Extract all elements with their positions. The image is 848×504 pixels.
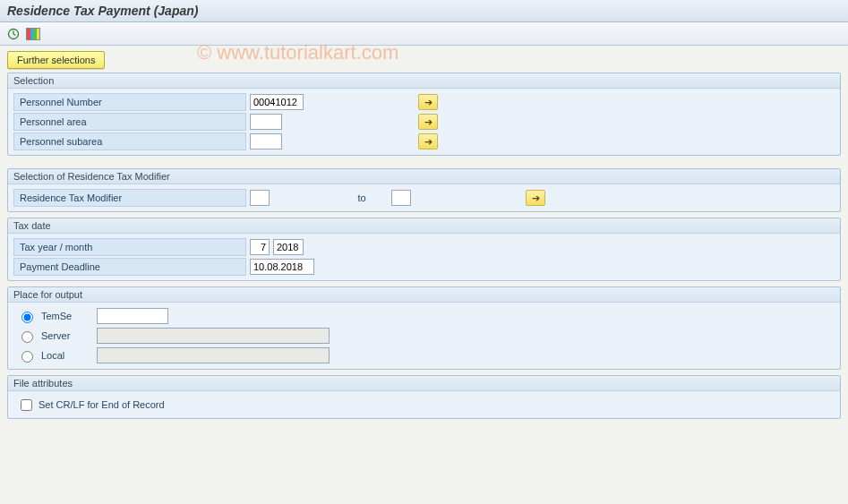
label-tax-modifier: Residence Tax Modifier bbox=[13, 189, 246, 207]
checkbox-crlf[interactable] bbox=[21, 399, 32, 411]
row-output-server: Server bbox=[13, 326, 835, 346]
row-personnel-number: Personnel Number ➔ bbox=[13, 92, 835, 112]
arrow-right-icon: ➔ bbox=[532, 192, 540, 204]
input-tax-month[interactable] bbox=[250, 239, 270, 255]
variant-icon[interactable] bbox=[25, 26, 41, 42]
row-output-temse: TemSe bbox=[13, 306, 835, 326]
arrow-right-icon: ➔ bbox=[424, 116, 433, 128]
row-tax-year-month: Tax year / month bbox=[13, 237, 835, 257]
group-file-attr-title: File attributes bbox=[8, 376, 840, 391]
input-tax-modifier-to[interactable] bbox=[391, 190, 411, 206]
window-title-text: Residence Tax Payment (Japan) bbox=[7, 4, 198, 18]
window-title: Residence Tax Payment (Japan) bbox=[0, 0, 848, 22]
row-crlf: Set CR/LF for End of Record bbox=[13, 395, 835, 414]
clock-icon bbox=[7, 28, 20, 40]
group-selection-title: Selection bbox=[8, 73, 840, 89]
multi-select-personnel-subarea[interactable]: ➔ bbox=[418, 133, 438, 149]
colorbars-icon bbox=[26, 28, 40, 40]
row-output-local: Local bbox=[13, 346, 835, 365]
input-temse[interactable] bbox=[97, 308, 168, 324]
input-tax-year[interactable] bbox=[273, 239, 304, 255]
multi-select-personnel-number[interactable]: ➔ bbox=[418, 94, 438, 110]
label-tax-year-month: Tax year / month bbox=[13, 238, 246, 256]
group-output: Place for output TemSe Server Local bbox=[7, 286, 841, 370]
label-personnel-subarea: Personnel subarea bbox=[13, 132, 246, 150]
arrow-right-icon: ➔ bbox=[424, 97, 433, 108]
multi-select-personnel-area[interactable]: ➔ bbox=[418, 114, 438, 130]
group-tax-modifier: Selection of Residence Tax Modifier Resi… bbox=[7, 168, 841, 212]
input-local bbox=[97, 347, 330, 363]
label-local: Local bbox=[41, 350, 91, 361]
label-personnel-number: Personnel Number bbox=[13, 93, 246, 111]
execute-icon[interactable] bbox=[5, 26, 21, 42]
group-output-title: Place for output bbox=[8, 287, 840, 303]
input-personnel-subarea[interactable] bbox=[250, 133, 282, 149]
content-area: Further selections Selection Personnel N… bbox=[0, 46, 848, 428]
radio-local[interactable] bbox=[21, 351, 33, 363]
further-selections-button[interactable]: Further selections bbox=[7, 51, 105, 69]
label-personnel-area: Personnel area bbox=[13, 113, 246, 131]
row-tax-modifier: Residence Tax Modifier to ➔ bbox=[13, 188, 835, 208]
input-personnel-number[interactable] bbox=[250, 94, 304, 110]
group-tax-date-title: Tax date bbox=[8, 218, 840, 234]
svg-line-2 bbox=[13, 34, 16, 36]
input-payment-deadline[interactable] bbox=[250, 259, 314, 275]
label-temse: TemSe bbox=[41, 311, 91, 321]
group-selection: Selection Personnel Number ➔ Personnel a… bbox=[7, 73, 841, 156]
group-file-attr: File attributes Set CR/LF for End of Rec… bbox=[7, 375, 841, 419]
label-crlf: Set CR/LF for End of Record bbox=[39, 399, 165, 410]
input-tax-modifier-from[interactable] bbox=[250, 190, 270, 206]
toolbar bbox=[0, 22, 848, 46]
label-to: to bbox=[348, 192, 375, 203]
row-personnel-area: Personnel area ➔ bbox=[13, 112, 835, 132]
group-tax-modifier-title: Selection of Residence Tax Modifier bbox=[8, 169, 840, 184]
group-tax-date: Tax date Tax year / month Payment Deadli… bbox=[7, 218, 841, 281]
radio-server[interactable] bbox=[21, 331, 33, 343]
input-server bbox=[97, 328, 330, 344]
input-personnel-area[interactable] bbox=[250, 114, 282, 130]
radio-temse[interactable] bbox=[21, 312, 33, 323]
arrow-right-icon: ➔ bbox=[424, 136, 433, 148]
label-server: Server bbox=[41, 330, 91, 341]
row-personnel-subarea: Personnel subarea ➔ bbox=[13, 132, 835, 151]
row-payment-deadline: Payment Deadline bbox=[13, 257, 835, 277]
label-payment-deadline: Payment Deadline bbox=[13, 258, 246, 276]
multi-select-tax-modifier[interactable]: ➔ bbox=[526, 190, 545, 206]
